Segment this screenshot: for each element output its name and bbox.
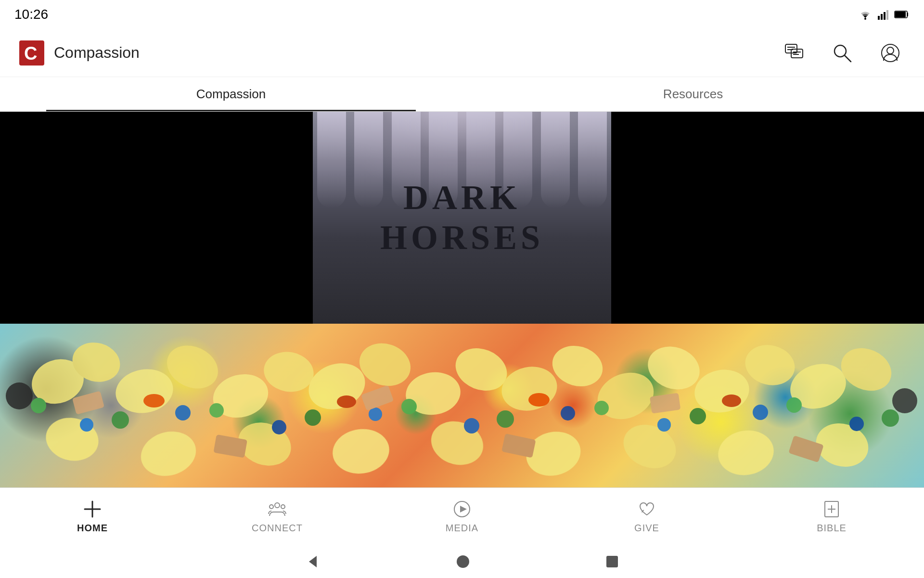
svg-point-81 xyxy=(281,505,285,509)
svg-rect-89 xyxy=(606,556,618,567)
nav-media[interactable]: MEDIA xyxy=(370,499,554,534)
svg-rect-4 xyxy=(886,10,888,20)
svg-point-18 xyxy=(887,47,894,54)
home-icon xyxy=(83,499,102,519)
svg-point-38 xyxy=(136,425,201,482)
chat-icon xyxy=(783,42,805,64)
nav-media-label: MEDIA xyxy=(446,523,478,534)
hero-title-line2: HORSES xyxy=(380,218,544,258)
give-icon xyxy=(637,499,656,519)
content-area: DARK HORSES xyxy=(0,112,924,487)
svg-point-54 xyxy=(786,397,802,413)
svg-rect-74 xyxy=(501,434,536,458)
candy-scatter-illustration xyxy=(0,324,924,487)
svg-point-62 xyxy=(657,418,671,432)
nav-bible-label: BIBLE xyxy=(817,523,847,534)
svg-rect-3 xyxy=(884,12,886,20)
svg-point-46 xyxy=(31,398,46,413)
svg-point-58 xyxy=(272,420,286,434)
svg-marker-83 xyxy=(460,506,467,512)
svg-marker-87 xyxy=(309,556,317,567)
svg-point-41 xyxy=(425,415,489,472)
app-logo: C xyxy=(19,40,44,66)
nav-connect-label: CONNECT xyxy=(252,523,303,534)
app-bar: C Compassion xyxy=(0,29,924,77)
nav-home-label: HOME xyxy=(77,523,108,534)
svg-rect-2 xyxy=(881,14,883,20)
android-back-button[interactable] xyxy=(305,554,321,569)
svg-rect-71 xyxy=(72,391,104,414)
svg-point-48 xyxy=(209,403,224,418)
wifi-icon xyxy=(859,9,872,20)
app-title: Compassion xyxy=(54,44,140,62)
svg-point-60 xyxy=(464,418,479,434)
back-arrow-icon xyxy=(305,554,321,569)
svg-point-65 xyxy=(143,394,165,407)
svg-point-44 xyxy=(715,426,777,480)
svg-point-59 xyxy=(369,407,382,421)
nav-connect[interactable]: CONNECT xyxy=(185,499,370,534)
search-icon xyxy=(832,42,853,64)
svg-point-0 xyxy=(864,18,866,20)
media-icon xyxy=(452,499,472,519)
svg-rect-73 xyxy=(361,385,394,410)
status-bar: 10:26 xyxy=(0,0,924,29)
status-time: 10:26 xyxy=(14,7,48,22)
svg-point-37 xyxy=(42,413,103,466)
svg-point-80 xyxy=(270,505,273,509)
svg-point-49 xyxy=(305,409,321,426)
tab-bar: Compassion Resources xyxy=(0,77,924,112)
svg-point-24 xyxy=(261,348,317,396)
bottom-nav: HOME CONNECT MEDIA GIVE xyxy=(0,487,924,545)
nav-give[interactable]: GIVE xyxy=(554,499,739,534)
profile-icon xyxy=(880,42,901,64)
app-bar-right xyxy=(780,39,905,67)
tab-resources[interactable]: Resources xyxy=(462,77,924,111)
svg-point-56 xyxy=(80,418,93,432)
svg-point-67 xyxy=(528,393,550,407)
colorful-section xyxy=(0,324,924,487)
android-recents-icon xyxy=(605,555,619,568)
svg-point-34 xyxy=(741,340,799,391)
hero-section: DARK HORSES xyxy=(0,112,924,324)
nav-give-label: GIVE xyxy=(634,523,659,534)
android-home-icon xyxy=(455,554,471,569)
svg-text:C: C xyxy=(24,43,37,64)
svg-point-29 xyxy=(498,362,561,416)
svg-point-61 xyxy=(561,406,575,420)
svg-point-68 xyxy=(722,394,741,407)
svg-point-88 xyxy=(457,555,469,568)
profile-button[interactable] xyxy=(876,39,905,67)
svg-point-50 xyxy=(401,399,417,414)
svg-point-51 xyxy=(497,410,514,428)
svg-rect-1 xyxy=(878,16,880,20)
colorful-background xyxy=(0,324,924,487)
dark-horses-title: DARK HORSES xyxy=(380,178,544,258)
svg-point-53 xyxy=(690,408,706,424)
app-bar-left: C Compassion xyxy=(19,40,140,66)
tab-compassion[interactable]: Compassion xyxy=(0,77,462,111)
svg-point-66 xyxy=(337,395,356,408)
android-recents-button[interactable] xyxy=(605,555,619,568)
svg-point-40 xyxy=(330,425,392,477)
compassion-logo-icon: C xyxy=(19,40,44,66)
svg-point-43 xyxy=(617,417,682,476)
svg-point-21 xyxy=(112,365,177,417)
battery-icon xyxy=(894,10,910,19)
svg-point-69 xyxy=(6,382,33,409)
chat-button[interactable] xyxy=(780,39,808,67)
svg-point-55 xyxy=(882,409,899,427)
android-nav-bar xyxy=(0,545,924,578)
nav-home[interactable]: HOME xyxy=(0,499,185,534)
signal-icon xyxy=(878,9,888,20)
hero-image: DARK HORSES xyxy=(313,112,611,324)
svg-point-64 xyxy=(849,417,864,431)
search-button[interactable] xyxy=(828,39,857,67)
svg-point-52 xyxy=(594,401,609,415)
nav-bible[interactable]: BIBLE xyxy=(739,499,924,534)
hero-title-line1: DARK xyxy=(380,178,544,218)
svg-line-16 xyxy=(845,55,851,62)
android-home-button[interactable] xyxy=(455,554,471,569)
svg-point-63 xyxy=(753,405,768,420)
connect-icon xyxy=(268,499,287,519)
